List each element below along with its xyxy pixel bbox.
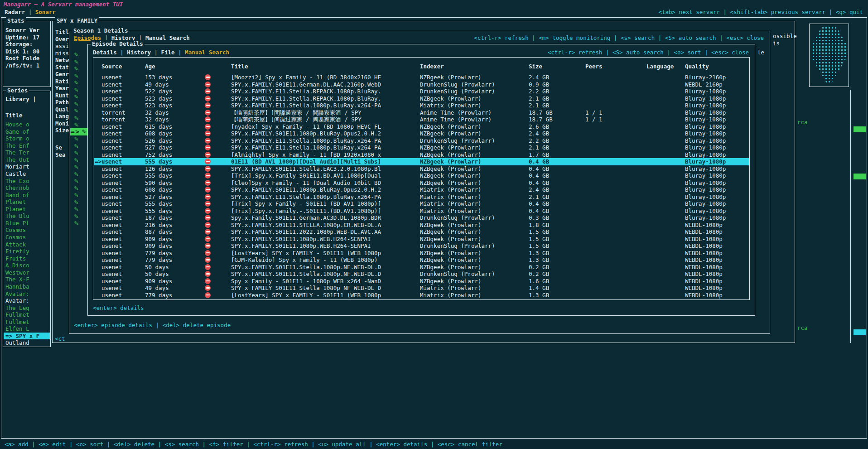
series-list-item[interactable]: Westwor bbox=[4, 269, 50, 276]
episode-monitored-icon[interactable]: ✎ bbox=[74, 121, 82, 129]
series-list-item[interactable]: Chernob bbox=[4, 184, 50, 192]
search-result-row[interactable]: usenet590 days[Cleo]Spy x Family - 11 (D… bbox=[94, 179, 749, 187]
search-result-row[interactable]: usenet49 daysSPY x FAMILY S01E11 Stella … bbox=[94, 285, 749, 292]
tab-file[interactable]: File bbox=[161, 49, 175, 56]
series-list-item[interactable]: Firefly bbox=[4, 248, 50, 255]
episode-monitored-icon[interactable]: ✎ bbox=[74, 220, 82, 227]
series-list-item[interactable]: House o bbox=[4, 121, 50, 128]
search-result-row[interactable]: => usenet555 days01E11 (BD AV1 1080p)[Du… bbox=[94, 158, 749, 165]
episode-monitored-icon[interactable]: ✎ bbox=[74, 192, 82, 199]
series-list-item[interactable]: Castle bbox=[4, 170, 50, 178]
series-list-item[interactable]: Fullmet bbox=[4, 311, 50, 319]
search-result-row[interactable]: usenet909 daysSPY.x.FAMILY.S01E11.1080p.… bbox=[94, 242, 749, 250]
tab-history[interactable]: History bbox=[127, 49, 151, 56]
series-list-item[interactable]: Planet bbox=[4, 198, 50, 206]
series-list-item[interactable]: Planet bbox=[4, 206, 50, 213]
search-result-row[interactable]: usenet522 daysSPY.x.FAMILY.E11.Stella.RE… bbox=[94, 88, 749, 95]
column-header-size[interactable]: Size bbox=[529, 63, 542, 70]
series-list-item[interactable]: Storm o bbox=[4, 135, 50, 142]
series-list-item[interactable]: Cosmos bbox=[4, 227, 50, 234]
episode-monitored-icon[interactable]: ✎ bbox=[74, 93, 82, 101]
search-result-row[interactable]: usenet153 days[Moozzi2] Spy x Family - 1… bbox=[94, 74, 749, 81]
search-result-row[interactable]: usenet779 days[LostYears] SPY x FAMILY -… bbox=[94, 292, 749, 299]
column-header-title[interactable]: Title bbox=[231, 63, 248, 70]
series-list-item[interactable]: The Exo bbox=[4, 178, 50, 185]
series-list-item[interactable]: Moriart bbox=[4, 163, 50, 170]
series-list-item[interactable]: Band of bbox=[4, 192, 50, 199]
tab-radarr[interactable]: Radarr bbox=[5, 9, 25, 15]
search-result-row[interactable]: usenet909 daysSPY.x.FAMILY.S01E11.1080p.… bbox=[94, 236, 749, 243]
series-list-item[interactable]: The Leg bbox=[4, 304, 50, 312]
episode-monitored-icon[interactable]: ✎ bbox=[74, 150, 82, 157]
selected-episode-row[interactable]: => ✎ bbox=[70, 128, 88, 135]
tab-sonarr[interactable]: Sonarr bbox=[35, 9, 56, 15]
search-result-row[interactable]: torrent32 days【喵萌奶茶屋】[间谍过家家 / 间谍家家酒 / SP… bbox=[94, 116, 749, 123]
tab-manual-search[interactable]: Manual Search bbox=[185, 49, 229, 56]
search-result-row[interactable]: usenet527 daysSPY.x.FAMILY.E11.Stella.10… bbox=[94, 193, 749, 201]
column-header-age[interactable]: Age bbox=[145, 63, 155, 70]
search-result-row[interactable]: usenet49 daysSPY.x.FAMILY.S01E11.German.… bbox=[94, 81, 749, 88]
series-list-item[interactable]: The Out bbox=[4, 156, 50, 164]
episode-monitored-icon[interactable]: ✎ bbox=[74, 107, 82, 115]
episode-monitored-icon[interactable]: ✎ bbox=[74, 171, 82, 178]
episode-monitored-icon[interactable]: ✎ bbox=[74, 157, 82, 164]
search-result-row[interactable]: usenet527 daysSPY.x.FAMILY.E11.Stella.10… bbox=[94, 144, 749, 151]
series-list-item[interactable]: Fullmet bbox=[4, 319, 50, 326]
episode-monitored-icon[interactable]: ✎ bbox=[74, 101, 82, 108]
column-header-quality[interactable]: Quality bbox=[685, 63, 709, 70]
series-list-item[interactable]: Fruits bbox=[4, 255, 50, 262]
search-result-row[interactable]: usenet909 daysSpy x Family - S01E11 - 10… bbox=[94, 278, 749, 285]
episode-monitored-icon[interactable]: ✎ bbox=[74, 58, 82, 66]
episode-monitored-icon[interactable]: ✎ bbox=[74, 143, 82, 150]
episode-monitored-icon[interactable]: ✎ bbox=[74, 51, 82, 58]
episode-monitored-icon[interactable]: ✎ bbox=[74, 213, 82, 220]
column-header-language[interactable]: Language bbox=[646, 63, 674, 70]
search-result-row[interactable]: usenet608 daysSPY.x.FAMILY.S01E11.1080p.… bbox=[94, 130, 749, 137]
column-header-peers[interactable]: Peers bbox=[585, 63, 603, 70]
series-list-item[interactable]: Elfen L bbox=[4, 325, 50, 333]
search-result-row[interactable]: usenet523 daysSPY.x.FAMILY.E11.Stella.10… bbox=[94, 102, 749, 109]
episode-monitored-icon[interactable]: ✎ bbox=[74, 135, 82, 143]
series-list-item[interactable]: The Blu bbox=[4, 212, 50, 220]
search-result-row[interactable]: usenet50 daysSPY.x.FAMILY.S01E11.Stella.… bbox=[94, 270, 749, 278]
series-list-item[interactable]: Cosmos bbox=[4, 234, 50, 241]
series-list-item[interactable]: Blue Pl bbox=[4, 220, 50, 227]
series-list-item[interactable]: Outland bbox=[4, 339, 50, 347]
episode-monitored-icon[interactable]: ✎ bbox=[74, 185, 82, 192]
episode-monitored-icon[interactable]: ✎ bbox=[74, 87, 82, 94]
search-result-row[interactable]: usenet555 days[Trix].Spy.x.Family.-.S01E… bbox=[94, 208, 749, 215]
search-result-row[interactable]: usenet526 daysSPY.x.FAMILY.E11.Stella.10… bbox=[94, 137, 749, 145]
series-list-item[interactable]: Game of bbox=[4, 128, 50, 135]
episode-monitored-icon[interactable]: ✎ bbox=[74, 199, 82, 206]
series-library-tab[interactable]: Library | bbox=[5, 96, 36, 102]
search-result-row[interactable]: usenet523 daysSPY.x.FAMILY.E11.Stella.RE… bbox=[94, 95, 749, 102]
series-list-item[interactable]: => SPY x F bbox=[4, 333, 50, 340]
search-result-row[interactable]: usenet887 daysSPY.x.FAMILY.S01E11.2022.1… bbox=[94, 228, 749, 236]
search-result-row[interactable]: usenet216 daysSPY.x.FAMILY.S01E11.STELLA… bbox=[94, 222, 749, 229]
episode-monitored-icon[interactable]: ✎ bbox=[74, 79, 82, 87]
episode-monitored-icon[interactable]: ✎ bbox=[74, 65, 82, 72]
column-header-indexer[interactable]: Indexer bbox=[420, 63, 444, 70]
series-list-item[interactable]: The Enf bbox=[4, 142, 50, 150]
search-result-row[interactable]: usenet555 days[Trix] Spy x Family - S01E… bbox=[94, 200, 749, 208]
series-list-item[interactable]: Hanniba bbox=[4, 283, 50, 290]
tab-manual-search[interactable]: Manual Search bbox=[145, 34, 190, 41]
episode-monitored-icon[interactable]: ✎ bbox=[74, 206, 82, 213]
search-result-row[interactable]: usenet752 days[Almighty] Spy x Family - … bbox=[94, 151, 749, 159]
episode-monitored-icon[interactable]: ✎ bbox=[74, 178, 82, 185]
column-header-source[interactable]: Source bbox=[101, 63, 122, 70]
search-result-row[interactable]: usenet779 days[LostYears] SPY x FAMILY -… bbox=[94, 250, 749, 257]
search-result-row[interactable]: usenet608 daysSPY.x.FAMILY.S01E11.1080p.… bbox=[94, 186, 749, 193]
search-result-row[interactable]: usenet555 days[Trix].Spy.x.Family-S01E11… bbox=[94, 172, 749, 179]
series-list-item[interactable]: The Ter bbox=[4, 149, 50, 156]
search-result-row[interactable]: usenet187 daysSpy.x.Family.S01E11.German… bbox=[94, 214, 749, 222]
series-list-item[interactable]: Avatar: bbox=[4, 290, 50, 298]
series-list-item[interactable]: The X-F bbox=[4, 276, 50, 283]
episode-monitored-icon[interactable]: ✎ bbox=[74, 115, 82, 122]
series-list-item[interactable]: A Disco bbox=[4, 262, 50, 269]
search-result-row[interactable]: usenet615 days[nyadex] Spy x Family - 11… bbox=[94, 123, 749, 130]
search-result-row[interactable]: usenet50 daysSPY.x.FAMILY.S01E11.Stella.… bbox=[94, 264, 749, 271]
series-list-item[interactable]: Avatar: bbox=[4, 297, 50, 304]
series-list-item[interactable]: Attack bbox=[4, 241, 50, 248]
search-result-row[interactable]: torrent32 days【喵萌奶茶屋】[間諜過家家 / 間諜家家酒 / SP… bbox=[94, 109, 749, 116]
